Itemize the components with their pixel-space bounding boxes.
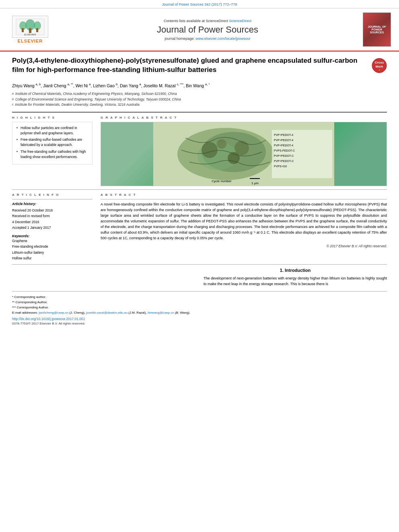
svg-text:PVP+PEDOT-4: PVP+PEDOT-4 <box>274 144 293 147</box>
abstract-text: A novel free-standing composite film ele… <box>101 202 387 241</box>
info-top-divider <box>12 199 93 199</box>
svg-text:ELSEVIER: ELSEVIER <box>24 33 36 36</box>
svg-text:1 μm: 1 μm <box>251 181 259 185</box>
doi-line: http://dx.doi.org/10.1016/j.jpowsour.201… <box>12 317 387 321</box>
sciencedirect-text: Contents lists available at ScienceDirec… <box>164 19 228 23</box>
footnote-corresponding-2: ** Corresponding Author. <box>12 300 387 305</box>
svg-text:✓: ✓ <box>378 69 380 71</box>
intro-text: The development of next-generation batte… <box>204 276 387 287</box>
intro-section-title: 1. Introduction <box>204 268 387 273</box>
highlight-item-1: Hollow sulfur particles are confined in … <box>16 125 88 136</box>
email-label: E-mail addresses: <box>12 311 38 314</box>
dates-table: Received 20 October 2016 Received in rev… <box>12 207 93 231</box>
affiliation-a: aInstitute of Chemical Materials, China … <box>12 91 387 97</box>
affiliation-c: cInstitute for Frontier Materials, Deaki… <box>12 102 387 108</box>
issn-line: 0378-7753/© 2017 Elsevier B.V. All right… <box>12 322 387 325</box>
footnote-corresponding-3: *** Corresponding Author. <box>12 305 387 310</box>
intro-section-number: 1. <box>280 268 285 273</box>
authors: Zhiyu Wang a, b, Jianli Cheng a, **, Wei… <box>12 82 387 89</box>
email-3[interactable]: binwang@caep.cn <box>148 311 174 314</box>
elsevier-logo-image: ELSEVIER <box>12 16 48 38</box>
homepage-label: journal homepage: <box>165 37 195 41</box>
highlights-heading: H I G H L I G H T S <box>12 116 93 119</box>
intro-left-col <box>12 268 195 287</box>
svg-rect-4 <box>22 28 24 32</box>
footnotes-section: * Corresponding author. ** Corresponding… <box>12 291 387 325</box>
svg-text:Cycle number: Cycle number <box>212 179 232 183</box>
info-abstract-row: A R T I C L E I N F O Article history: R… <box>12 193 387 261</box>
svg-point-19 <box>234 141 249 155</box>
journal-cover-image: JOURNAL OF POWER SOURCES <box>363 12 391 47</box>
svg-text:PVPS+G0: PVPS+G0 <box>274 165 287 168</box>
graphical-abstract-column: G R A P H I C A L A B S T R A C T <box>101 116 387 186</box>
abstract-column: A B S T R A C T A novel free-standing co… <box>101 193 387 261</box>
svg-point-18 <box>217 139 226 149</box>
homepage-url[interactable]: www.elsevier.com/locate/jpowsour <box>195 37 251 41</box>
homepage-line: journal homepage: www.elsevier.com/locat… <box>56 37 359 41</box>
highlights-box: Hollow sulfur particles are confined in … <box>12 122 93 165</box>
highlight-item-3: The free-standing sulfur cathodes with h… <box>16 149 88 160</box>
article-info-column: A R T I C L E I N F O Article history: R… <box>12 193 93 261</box>
footnote-corresponding-1: * Corresponding author. <box>12 295 387 300</box>
svg-rect-20 <box>272 130 332 178</box>
keywords-label: Keywords: <box>12 234 93 238</box>
intro-section-heading: Introduction <box>285 268 311 273</box>
keywords-list: Graphene Free-standing electrode Lithium… <box>12 238 93 261</box>
email-1[interactable]: jianlicheng@caep.cn <box>39 311 68 314</box>
svg-text:Cross: Cross <box>375 61 384 64</box>
journal-title: Journal of Power Sources <box>56 25 359 35</box>
svg-text:PVP+PEDOT-4: PVP+PEDOT-4 <box>274 139 293 142</box>
email-2[interactable]: joselito.razal@deakin.edu.au <box>86 311 128 314</box>
doi-link[interactable]: http://dx.doi.org/10.1016/j.jpowsour.201… <box>12 317 85 321</box>
svg-text:PVP+PEDOT-C: PVP+PEDOT-C <box>274 154 294 157</box>
keyword-4: Hollow sulfur <box>12 255 93 261</box>
page-wrapper: Journal of Power Sources 342 (2017) 772–… <box>0 0 399 532</box>
svg-rect-2 <box>29 28 31 33</box>
main-divider <box>12 112 387 113</box>
graphical-abstract-svg: PVP+PEDOT-4 PVP+PEDOT-4 PVP+PEDOT-4 PVPS… <box>101 122 387 186</box>
section-divider-1 <box>12 189 387 190</box>
highlights-list: Hollow sulfur particles are confined in … <box>16 125 88 160</box>
main-content: Poly(3,4-ethylene-dioxythiophene)-poly(s… <box>0 51 399 329</box>
highlights-abstract-row: H I G H L I G H T S Hollow sulfur partic… <box>12 116 387 186</box>
crossmark-badge[interactable]: Cross Mark ✓ <box>372 58 387 73</box>
email-1-name: (J. Cheng), <box>69 311 85 314</box>
article-title-section: Poly(3,4-ethylene-dioxythiophene)-poly(s… <box>12 56 387 78</box>
keyword-2: Free-standing electrode <box>12 244 93 249</box>
keyword-1: Graphene <box>12 238 93 244</box>
highlight-item-2: Free-standing sulfur-based cathodes are … <box>16 137 88 148</box>
article-title: Poly(3,4-ethylene-dioxythiophene)-poly(s… <box>12 56 372 75</box>
section-divider-2 <box>12 264 387 265</box>
cover-text: JOURNAL OF POWER SOURCES <box>365 25 389 34</box>
email-3-name: (B. Wang). <box>175 311 190 314</box>
history-label: Article history: <box>12 202 93 206</box>
svg-text:PVP+PEDOT-C: PVP+PEDOT-C <box>274 160 294 162</box>
intro-right-col: 1. Introduction The development of next-… <box>204 268 387 287</box>
highlights-column: H I G H L I G H T S Hollow sulfur partic… <box>12 116 93 186</box>
journal-reference-bar: Journal of Power Sources 342 (2017) 772–… <box>0 0 399 8</box>
svg-rect-6 <box>36 28 38 32</box>
svg-text:PVP+PEDOT-4: PVP+PEDOT-4 <box>274 134 293 136</box>
abstract-top-divider <box>101 199 387 199</box>
abstract-heading: A B S T R A C T <box>101 193 387 197</box>
keyword-3: Lithium-sulfur battery <box>12 250 93 255</box>
journal-reference: Journal of Power Sources 342 (2017) 772–… <box>162 2 237 6</box>
graphical-abstract-image: PVP+PEDOT-4 PVP+PEDOT-4 PVP+PEDOT-4 PVPS… <box>101 122 387 186</box>
svg-text:PVPS-PEDOT-C: PVPS-PEDOT-C <box>274 149 295 152</box>
elsevier-brand-text: ELSEVIER <box>18 39 43 43</box>
accepted-date: Accepted 1 January 2017 <box>12 225 93 230</box>
article-info-heading: A R T I C L E I N F O <box>12 193 93 197</box>
abstract-copyright: © 2017 Elsevier B.V. All rights reserved… <box>101 244 387 248</box>
footnote-emails: E-mail addresses: jianlicheng@caep.cn (J… <box>12 310 387 316</box>
svg-text:Mark: Mark <box>376 65 383 68</box>
graphical-abstract-heading: G R A P H I C A L A B S T R A C T <box>101 116 387 119</box>
journal-header: ELSEVIER ELSEVIER Contents lists availab… <box>0 8 399 51</box>
received-date: Received 20 October 2016 <box>12 207 93 213</box>
affiliations: aInstitute of Chemical Materials, China … <box>12 91 387 108</box>
elsevier-logo: ELSEVIER ELSEVIER <box>8 16 52 43</box>
svg-point-16 <box>202 142 218 158</box>
affiliation-b: bCollege of Environmental Science and En… <box>12 97 387 103</box>
sciencedirect-link[interactable]: ScienceDirect <box>229 19 252 23</box>
sciencedirect-line: Contents lists available at ScienceDirec… <box>56 19 359 23</box>
introduction-section: 1. Introduction The development of next-… <box>12 268 387 287</box>
